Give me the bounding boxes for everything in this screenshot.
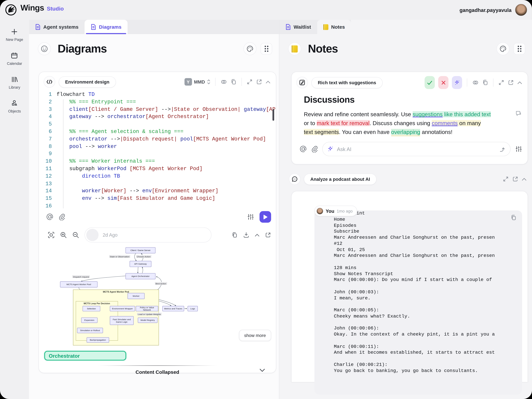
code-line[interactable]: 15 env --> sim[Fast Simulator and Game L… [39, 195, 276, 203]
sidebar-item-label: Objects [8, 109, 21, 113]
code-block-button[interactable] [44, 76, 55, 88]
download-button[interactable] [243, 232, 249, 238]
podcast-transcript[interactable]: Cheeky Pint Home Episodes Subscribe Marc… [334, 210, 522, 374]
fit-screen-icon [48, 232, 55, 238]
tab-agent-systems[interactable]: Agent systems [29, 20, 85, 34]
theme-button[interactable] [497, 42, 510, 55]
copy-preview-button[interactable] [232, 232, 238, 238]
code-line[interactable]: 6 %% === Agent selection & scaling === [39, 128, 276, 136]
collapse-preview-button[interactable] [255, 234, 260, 236]
user-menu[interactable]: gangadhar.payyavula [460, 4, 527, 16]
diagram-node-selection: Selection [82, 306, 100, 311]
code-line[interactable]: 7 orchestrator -->|Dispatch request| poo… [39, 136, 276, 143]
code-line[interactable]: 10 %% === Worker internals === [39, 158, 276, 165]
content-collapsed-row[interactable]: Content Collapsed [39, 366, 276, 377]
accept-suggestions-button[interactable] [425, 76, 435, 89]
code-line[interactable]: 11 subgraph WorkerPod [MCTS Agent Worker… [39, 165, 276, 173]
scrollbar-thumb[interactable] [272, 109, 274, 121]
open-external-button[interactable] [508, 80, 514, 86]
link-button[interactable] [472, 79, 479, 86]
rich-text-button[interactable] [296, 77, 308, 89]
rich-card-header: Rich text with suggestions [292, 72, 528, 92]
rich-paragraph[interactable]: Review and refine content seamlessly. Us… [304, 110, 508, 136]
zoom-out-button[interactable] [72, 232, 79, 238]
line-number: 16 [39, 203, 57, 210]
mention-button[interactable] [46, 214, 53, 220]
code-line[interactable]: 5 [39, 121, 276, 128]
sparkle-icon [454, 80, 460, 85]
code-line[interactable]: 16 [39, 203, 276, 210]
options-button[interactable] [261, 43, 272, 55]
chat-block-button[interactable] [289, 173, 300, 185]
copy-icon [511, 215, 517, 221]
sliders-icon [247, 214, 254, 220]
at-icon [46, 214, 53, 220]
language-selector[interactable]: Y MMD [184, 78, 210, 86]
sidebar-item-calendar[interactable]: Calendar [7, 52, 22, 65]
paperclip-icon [311, 146, 317, 152]
sidebar-item-objects[interactable]: Objects [8, 100, 21, 113]
external-link-icon [256, 79, 262, 85]
block-title[interactable]: Rich text with suggestions [311, 77, 383, 88]
code-line[interactable]: 13 [39, 180, 276, 188]
diagram-node-fastsim: Fast Simulator and Game Logic [110, 316, 134, 325]
open-external-button[interactable] [256, 79, 262, 85]
copy-button[interactable] [231, 79, 237, 85]
zoom-in-button[interactable] [60, 232, 67, 238]
ask-ai-field[interactable] [337, 146, 496, 152]
reject-suggestions-button[interactable] [438, 76, 449, 89]
orchestrator-badge[interactable]: Orchestrator [44, 351, 126, 361]
palette-icon [246, 45, 254, 52]
open-external-button[interactable] [512, 176, 518, 182]
external-link-icon [265, 232, 271, 238]
sidebar-item-new-page[interactable]: New Page [6, 28, 23, 42]
send-icon[interactable] [499, 146, 505, 152]
run-button[interactable] [260, 211, 271, 223]
mention-button[interactable] [300, 146, 307, 152]
options-button[interactable] [513, 43, 525, 55]
code-line[interactable]: 14 worker[Worker] --> env[Environment Wr… [39, 188, 276, 195]
code-line[interactable]: 2 %% === Entrypoint === [39, 99, 276, 106]
block-title[interactable]: Analyze a podcast about AI [304, 173, 376, 185]
code-line[interactable]: 4 gateway --> orchestrator[Agent Orchest… [39, 113, 276, 121]
copy-button[interactable] [482, 80, 488, 86]
code-line[interactable]: 12 direction TB [39, 173, 276, 180]
tab-diagrams[interactable]: Diagrams [85, 20, 128, 34]
attach-button[interactable] [311, 146, 317, 152]
attach-button[interactable] [59, 214, 65, 220]
user-avatar[interactable] [515, 4, 527, 16]
link-icon [220, 78, 227, 85]
notes-emoji-button[interactable] [288, 42, 301, 55]
code-line[interactable]: 9 [39, 151, 276, 158]
code-editor[interactable]: 1flowchart TD2 %% === Entrypoint ===3 cl… [39, 90, 276, 210]
open-preview-button[interactable] [265, 232, 271, 238]
flowchart-preview[interactable]: MCTS Agent Worker Pod MCTS Loop Per Deci… [40, 246, 278, 348]
collapse-button[interactable] [517, 81, 522, 84]
fit-view-button[interactable] [48, 232, 55, 238]
emoji-button[interactable] [38, 42, 51, 55]
block-title[interactable]: Environment design [59, 76, 116, 87]
comment-flag-icon[interactable] [515, 111, 521, 117]
collapse-button[interactable] [266, 80, 270, 83]
copy-message-button[interactable] [511, 215, 517, 221]
ask-ai-input[interactable] [322, 142, 511, 156]
show-more-button[interactable]: show more [239, 330, 271, 341]
tab-waitlist[interactable]: Waitlist [279, 20, 317, 34]
line-number: 11 [39, 165, 57, 173]
run-settings-button[interactable] [247, 214, 254, 220]
collapse-button[interactable] [522, 177, 526, 181]
tab-notes[interactable]: Notes [317, 20, 351, 34]
link-button[interactable] [220, 78, 227, 85]
expand-button[interactable] [503, 176, 509, 182]
sidebar-item-library[interactable]: Library [9, 76, 20, 89]
ai-suggest-button[interactable] [452, 76, 462, 89]
zoom-out-icon [72, 232, 79, 238]
expand-button[interactable] [498, 80, 504, 86]
chat-settings-button[interactable] [515, 146, 522, 152]
theme-button[interactable] [244, 42, 257, 55]
code-line[interactable]: 3 client[Client / Game Server] -->|State… [39, 106, 276, 114]
code-line[interactable]: 1flowchart TD [39, 91, 276, 99]
version-pill[interactable]: 2d Ago [84, 228, 211, 242]
expand-button[interactable] [247, 79, 253, 85]
code-line[interactable]: 8 pool --> worker [39, 143, 276, 151]
